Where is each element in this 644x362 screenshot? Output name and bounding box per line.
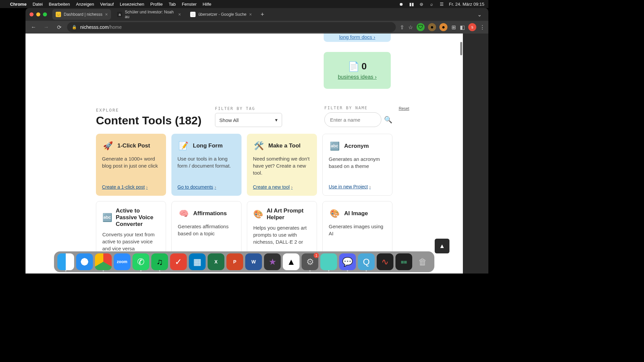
scroll-to-top-button[interactable]: ▲ [435,239,449,253]
menu-bearbeiten[interactable]: Bearbeiten [49,2,70,7]
tool-card-desc: Generate a 1000+ word blog post in just … [102,155,160,181]
menu-datei[interactable]: Datei [33,2,43,7]
tool-card[interactable]: 🛠️ Make a Tool Need something we don't h… [247,134,317,196]
tool-card-desc: Need something we don't have yet? Create… [253,155,311,181]
forward-button[interactable]: → [42,22,51,32]
search-icon[interactable]: 🔍 [384,116,392,124]
back-button[interactable]: ← [29,22,38,32]
macos-menubar: Chrome Datei Bearbeiten Anzeigen Verlauf… [0,0,488,8]
minimize-window-button[interactable] [36,12,40,16]
dock-discord[interactable]: 💬 [339,253,356,270]
fullscreen-window-button[interactable] [43,12,47,16]
tool-card-icon: 📝 [177,140,190,152]
close-tab-icon[interactable]: × [249,12,252,17]
business-ideas-link[interactable]: business ideas › [338,74,377,80]
business-ideas-card[interactable]: 📄 0 business ideas › [324,52,391,89]
tool-card-link[interactable]: Create a new tool › [253,184,311,190]
window-controls [30,12,47,16]
filter-name-label: FILTER BY NAME [324,106,392,110]
dock-imovie[interactable]: ★ [264,253,281,270]
dock-spotify[interactable]: ♫ [151,253,168,270]
dock-chrome[interactable] [95,253,112,270]
reload-button[interactable]: ⟳ [54,22,64,32]
menu-tab[interactable]: Tab [169,2,176,7]
favicon-amazon: a [117,12,122,17]
menu-hilfe[interactable]: Hilfe [203,2,211,7]
explore-eyebrow: EXPLORE [96,108,202,113]
dock-drive[interactable]: ▲ [283,253,300,270]
extension-icon-3[interactable]: ● [439,23,447,31]
spotlight-icon[interactable]: ⌕ [429,1,434,7]
long-form-docs-link[interactable]: long form docs › [339,34,375,40]
chevron-right-icon: › [215,184,216,190]
tab-dropdown-icon[interactable]: ⌄ [475,11,484,18]
menubar-clock[interactable]: Fr. 24. März 09:15 [449,2,485,7]
close-tab-icon[interactable]: × [105,12,108,17]
explore-section: EXPLORE Content Tools (182) FILTER BY TA… [96,106,392,263]
long-form-docs-card[interactable]: long form docs › [324,34,391,42]
tool-card-icon: 🔤 [102,212,112,224]
tool-card-icon: 🛠️ [253,140,265,152]
app-name[interactable]: Chrome [10,2,26,7]
tool-card-link[interactable]: Use in new Project › [329,184,386,189]
tool-card-title: Active to Passive Voice Converter [116,207,160,228]
dock-trash[interactable]: 🗑 [414,253,431,270]
close-window-button[interactable] [30,12,34,16]
menu-lesezeichen[interactable]: Lesezeichen [120,2,144,7]
tool-card-link[interactable]: Create a 1-click post › [102,184,160,190]
tab-dashboard[interactable]: 😊 Dashboard | nichesss × [52,9,111,20]
menu-profile[interactable]: Profile [150,2,163,7]
battery-icon[interactable]: ▮▮ [409,1,414,7]
close-tab-icon[interactable]: × [178,12,181,17]
tool-card-title: Make a Tool [268,142,301,149]
control-center-icon[interactable]: ☰ [439,1,444,7]
record-icon[interactable]: ⏺ [399,1,404,7]
url-path: /home [109,24,122,30]
address-bar[interactable]: 🔒 nichesss.com/home [67,22,396,32]
bookmark-star-icon[interactable]: ☆ [408,24,413,30]
reset-link[interactable]: Reset [399,106,409,111]
tool-card[interactable]: 📝 Long Form Use our tools in a long form… [171,134,241,196]
sidepanel-icon[interactable]: ◧ [460,24,465,30]
extensions-puzzle-icon[interactable]: ⊞ [451,24,456,30]
tab-amazon[interactable]: a Schüler und Investor: Noah au × [114,9,184,20]
tool-card[interactable]: 🔤 Acronym Generates an acronym based on … [322,134,392,196]
macos-dock: zoom ✆ ♫ ✓ ▦ X P W ★ ▲ ⚙1 💬 Q ∿ ▦▦ 🗑 [54,251,434,272]
wifi-icon[interactable]: ⊚ [419,1,424,7]
new-tab-button[interactable]: + [258,11,267,18]
dock-zoom[interactable]: zoom [114,253,130,270]
filter-name-input[interactable] [324,112,381,127]
extension-icon-1[interactable]: 🛡 [417,23,425,31]
scrollbar-thumb[interactable] [460,42,462,55]
kebab-menu-icon[interactable]: ⋮ [480,24,485,30]
tool-card-icon: 🎨 [253,208,263,220]
dock-app-dark[interactable]: ▦▦ [395,253,412,270]
menu-verlauf[interactable]: Verlauf [100,2,114,7]
dock-voice-memos[interactable]: ∿ [377,253,393,270]
dock-app-teal[interactable] [320,253,337,270]
tool-card-title: Long Form [193,142,223,149]
dock-quicktime[interactable]: Q [358,253,375,270]
share-icon[interactable]: ⇧ [399,24,405,30]
tool-card[interactable]: 🚀 1-Click Post Generate a 1000+ word blo… [96,134,166,196]
menu-anzeigen[interactable]: Anzeigen [76,2,94,7]
favicon-google: G [190,12,196,17]
dock-safari[interactable] [76,253,93,270]
lock-icon: 🔒 [72,25,77,29]
dock-powerpoint[interactable]: P [226,253,243,270]
dock-trello[interactable]: ▦ [189,253,206,270]
tool-card-link[interactable]: Go to documents › [177,184,235,190]
extension-icon-2[interactable]: ● [428,23,436,31]
menu-fenster[interactable]: Fenster [182,2,197,7]
dock-finder[interactable] [57,253,74,270]
tools-grid: 🚀 1-Click Post Generate a 1000+ word blo… [96,134,392,263]
tab-google[interactable]: G übersetzer - Google Suche × [187,9,255,20]
dock-todoist[interactable]: ✓ [170,253,187,270]
dock-settings[interactable]: ⚙1 [302,253,318,270]
profile-avatar[interactable]: s [468,23,476,31]
filter-tag-select[interactable]: Show All ▾ [215,113,282,127]
dock-excel[interactable]: X [208,253,224,270]
settings-badge: 1 [314,253,319,258]
dock-whatsapp[interactable]: ✆ [132,253,149,270]
dock-word[interactable]: W [245,253,262,270]
